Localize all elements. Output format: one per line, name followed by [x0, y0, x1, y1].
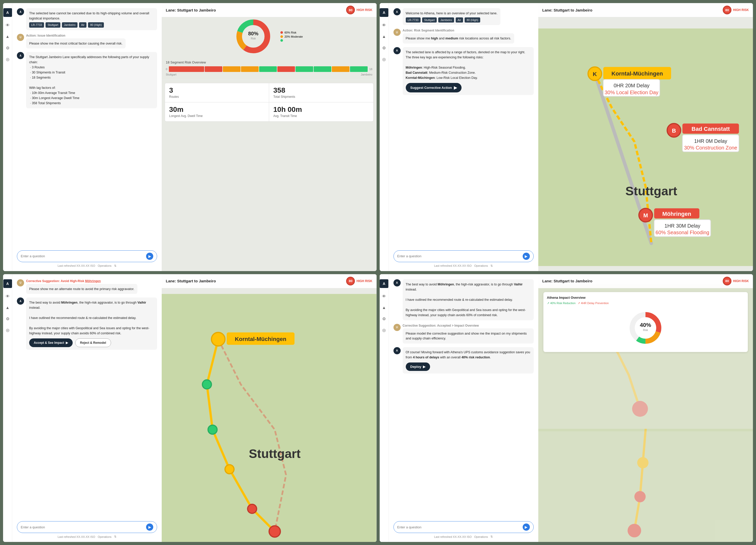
seg-green-1 [259, 66, 277, 72]
risk-text-2: HIGH RISK [733, 8, 749, 12]
chat-content-2: A Welcome to Athena, here is an overview… [389, 3, 538, 271]
svg-text:K: K [593, 71, 597, 77]
panel-4: A 👁 ▲ ⚙ ◎ A The best way to avoid Möhrin… [380, 274, 753, 542]
svg-text:30% Construction Zone: 30% Construction Zone [684, 145, 737, 150]
sidebar-icon-target-2[interactable]: ◎ [381, 56, 387, 62]
corrective-btn-arrow: ▶ [454, 85, 457, 90]
sidebar-1: A 👁 ▲ ⚙ ◎ [3, 3, 12, 271]
seg-red-3 [277, 66, 295, 72]
accept-arrow: ▶ [66, 341, 68, 345]
athena-logo-3: A [3, 279, 12, 288]
sidebar-icon-target-4[interactable]: ◎ [381, 328, 387, 333]
sidebar-icon-settings-2[interactable]: ⚙ [381, 45, 387, 51]
tag-jambeiro-2: Jambeiro [438, 17, 454, 23]
seg-orange-3 [332, 66, 349, 72]
send-btn-1[interactable]: ▶ [146, 253, 153, 260]
msg-text-4-2: Please model the corrective suggestion a… [406, 332, 527, 341]
sidebar-icon-settings[interactable]: ⚙ [5, 45, 10, 51]
tag-jambeiro: Jambeiro [62, 22, 78, 28]
sidebar-icon-settings-4[interactable]: ⚙ [381, 316, 387, 322]
tag-row-1: LR-7733 Stuttgart Jambeiro Air 80 (High) [29, 22, 154, 28]
msg-label-2-2: Action: Risk Segment Identification [403, 29, 514, 32]
risk-text-3: HIGH RISK [356, 279, 372, 283]
refresh-row-2: Last refreshed XX-XX-XX ISO Operations ⇅ [393, 264, 534, 267]
svg-text:Korntal-Müchingen: Korntal-Müchingen [235, 336, 286, 342]
deploy-arrow: ▶ [423, 365, 425, 369]
stat-label-shipments: Total Shipments [273, 95, 369, 98]
input-row-2[interactable]: ▶ [393, 250, 534, 262]
reject-btn-3[interactable]: Reject & Remodel [75, 339, 111, 347]
map-header-3: Lane: Stuttgart to Jambeiro 80 HIGH RISK [162, 274, 377, 288]
send-btn-3[interactable]: ▶ [146, 524, 153, 531]
accept-btn-3[interactable]: Accept & See Impact ▶ [29, 339, 73, 347]
athena-logo-1: A [3, 8, 12, 17]
impact-donut: 40% Risk [628, 310, 663, 346]
sidebar-icon-eye-3[interactable]: 👁 [5, 294, 10, 299]
imp-badge-delay-label: 4HR Delay Prevention [581, 302, 609, 305]
sidebar-icon-eye-2[interactable]: 👁 [381, 23, 387, 28]
seg-green-3 [314, 66, 331, 72]
seg-green-2 [295, 66, 313, 72]
deploy-btn[interactable]: Deploy ▶ [406, 363, 430, 371]
sidebar-icon-eye[interactable]: 👁 [5, 23, 10, 28]
input-row-3[interactable]: ▶ [17, 521, 157, 533]
seg-end-1: 18 [369, 68, 372, 71]
bubble-2-1: Welcome to Athena, here is an overview o… [403, 8, 501, 25]
donut-legend-1: 60% Risk 20% Moderate [280, 31, 303, 42]
sidebar-icon-target[interactable]: ◎ [5, 56, 10, 62]
msg-text-2-1: Welcome to Athena, here is an overview o… [406, 11, 498, 15]
map-header-1: Lane: Stuttgart to Jambeiro 80 HIGH RISK [162, 3, 377, 17]
msg-text-1-2: Please show me the most critical factor … [29, 41, 123, 45]
avatar-user-3: U [17, 279, 24, 287]
stat-label-routes: Routes [169, 95, 265, 98]
risk-circle-4: 80 [723, 277, 731, 286]
question-input-3[interactable] [21, 525, 144, 529]
sidebar-icon-alert-4[interactable]: ▲ [381, 305, 387, 311]
accept-label: Accept & See Impact [34, 341, 64, 345]
svg-text:M: M [643, 212, 648, 218]
sidebar-icon-eye-4[interactable]: 👁 [381, 294, 387, 299]
question-input-2[interactable] [397, 254, 521, 258]
refresh-text-3: Last refreshed XX-XX-XX ISO [58, 535, 95, 538]
msg-2-2: U Action: Risk Segment Identification Pl… [393, 29, 534, 43]
stat-num-routes: 3 [169, 87, 265, 94]
tag-80high-2: 80 (High) [465, 17, 480, 23]
question-input-4[interactable] [397, 525, 521, 529]
seg-labels-1: Stuttgart Jambeiro [166, 73, 372, 76]
bubble-3-2: The best way to avoid Möhringen, the hig… [26, 298, 157, 350]
sidebar-icon-target-3[interactable]: ◎ [5, 328, 10, 333]
seg-label-right-1: Jambeiro [361, 73, 372, 76]
corrective-action-btn[interactable]: Suggest Corrective Action ▶ [406, 83, 462, 92]
stat-transit: 10h 00m Avg. Transit Time [269, 102, 373, 121]
svg-point-29 [211, 332, 225, 346]
sidebar-icon-alert-2[interactable]: ▲ [381, 34, 387, 39]
risk-text-1: HIGH RISK [356, 8, 372, 12]
refresh-row-1: Last refreshed XX-XX-XX ISO Operations ⇅ [17, 264, 157, 267]
impact-title-4: Athena Impact Overview [547, 296, 744, 300]
map-title-2: Lane: Stuttgart to Jambeiro [542, 8, 723, 12]
bubble-1-2: Please show me the most critical factor … [26, 38, 126, 49]
send-btn-2[interactable]: ▶ [523, 253, 530, 260]
refresh-row-4: Last refreshed XX-XX-XX ISO Operations ⇅ [393, 535, 534, 538]
sidebar-icon-alert-3[interactable]: ▲ [5, 305, 10, 311]
refresh-row-3: Last refreshed XX-XX-XX ISO Operations ⇅ [17, 535, 157, 538]
svg-point-47 [637, 457, 648, 469]
input-row-4[interactable]: ▶ [393, 521, 534, 533]
input-row-1[interactable]: ▶ [17, 250, 157, 262]
sidebar-icon-alert[interactable]: ▲ [5, 34, 10, 39]
bubble-4-3: Of course! Moving forward with Athena's … [403, 347, 534, 374]
msg-label-4-2: Corrective Suggestion: Accepted > Impact… [403, 324, 534, 328]
impact-box-4: Athena Impact Overview ↗ 40% Risk Reduct… [543, 292, 748, 352]
map-title-3: Lane: Stuttgart to Jambeiro [166, 279, 346, 283]
msg-1-3: A The Stuttgart Jambeiro Lane specifical… [17, 52, 157, 108]
sidebar-icon-settings-3[interactable]: ⚙ [5, 316, 10, 322]
question-input-1[interactable] [21, 254, 144, 258]
input-area-4: ▶ Last refreshed XX-XX-XX ISO Operations… [393, 521, 534, 538]
reject-label: Reject & Remodel [80, 341, 106, 345]
avatar-athena-2b: A [393, 47, 401, 54]
tag-air-2: Air [456, 17, 463, 23]
msg-2-1: A Welcome to Athena, here is an overview… [393, 8, 534, 25]
avatar-athena-1b: A [17, 52, 24, 59]
legend-dot-green [280, 39, 283, 42]
send-btn-4[interactable]: ▶ [523, 524, 530, 531]
